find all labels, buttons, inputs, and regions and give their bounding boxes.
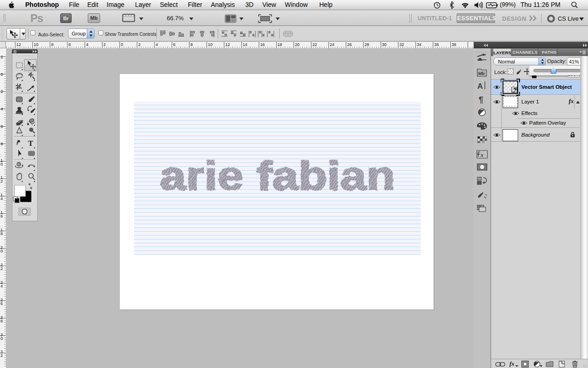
svg-text:6: 6	[0, 301, 3, 306]
svg-text:38: 38	[452, 42, 456, 47]
svg-text:0: 0	[0, 162, 3, 167]
svg-text:14: 14	[243, 42, 247, 47]
svg-text:6: 6	[68, 42, 71, 47]
svg-text:4: 4	[1, 107, 3, 111]
svg-text:0: 0	[121, 42, 123, 47]
svg-text:2: 2	[138, 42, 141, 47]
svg-text:4: 4	[0, 284, 3, 288]
svg-text:¶: ¶	[479, 95, 483, 104]
svg-text:16: 16	[260, 42, 265, 47]
svg-text:0: 0	[0, 336, 3, 341]
svg-text:6: 6	[0, 214, 3, 218]
svg-text:8: 8	[1, 142, 3, 146]
svg-text:8: 8	[191, 42, 193, 47]
svg-text:12: 12	[17, 42, 21, 47]
svg-text:4: 4	[86, 42, 88, 47]
svg-text:32: 32	[399, 42, 404, 47]
svg-text:2: 2	[0, 353, 3, 358]
svg-text:A: A	[477, 82, 483, 91]
svg-text:T: T	[28, 139, 34, 148]
svg-text:8: 8	[51, 42, 53, 47]
svg-text:22: 22	[312, 42, 317, 47]
svg-text:20: 20	[295, 42, 300, 47]
svg-text:10: 10	[34, 42, 39, 47]
svg-text:4: 4	[156, 42, 158, 47]
svg-text:2: 2	[1, 55, 3, 59]
svg-text:6: 6	[173, 42, 175, 47]
svg-text:2: 2	[0, 179, 3, 184]
svg-text:34: 34	[417, 42, 421, 47]
svg-text:x: x	[480, 151, 484, 158]
svg-text:4: 4	[0, 196, 3, 201]
svg-text:0: 0	[0, 249, 3, 253]
svg-text:2: 2	[103, 42, 106, 47]
svg-text:18: 18	[277, 42, 282, 47]
svg-text:36: 36	[434, 42, 439, 47]
svg-text:6: 6	[1, 124, 3, 129]
svg-text:8: 8	[0, 319, 3, 323]
svg-text:24: 24	[330, 42, 334, 47]
svg-text:2: 2	[1, 89, 3, 94]
svg-text:30: 30	[382, 42, 387, 47]
svg-text:arie fabian: arie fabian	[160, 153, 395, 198]
svg-text:Mb: Mb	[478, 71, 485, 76]
svg-text:12: 12	[225, 42, 230, 47]
svg-text:2: 2	[0, 266, 3, 271]
svg-text:10: 10	[208, 42, 213, 47]
svg-text:8: 8	[0, 231, 3, 236]
svg-text:0: 0	[1, 72, 3, 77]
svg-text:28: 28	[365, 42, 369, 47]
svg-text:26: 26	[347, 42, 352, 47]
